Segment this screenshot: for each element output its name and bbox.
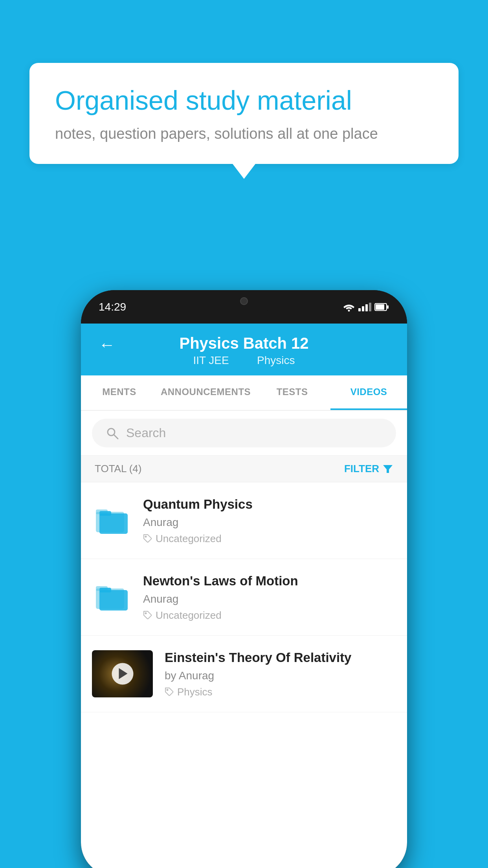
status-time: 14:29 [99, 301, 126, 313]
tab-videos[interactable]: VIDEOS [330, 375, 407, 410]
tag-icon [143, 611, 152, 620]
video-tag: Physics [165, 686, 396, 698]
svg-rect-15 [99, 588, 111, 592]
tag-icon [143, 534, 152, 543]
svg-rect-9 [99, 513, 128, 534]
tag-icon [165, 687, 174, 697]
tab-ments[interactable]: MENTS [81, 375, 158, 410]
subtitle-part2: Physics [257, 354, 295, 366]
search-container: Search [81, 411, 407, 456]
subtitle-part1: IIT JEE [193, 354, 229, 366]
video-info: Newton's Laws of Motion Anurag Uncategor… [143, 573, 396, 622]
folder-icon-container [92, 503, 131, 538]
video-info: Einstein's Theory Of Relativity by Anura… [165, 649, 396, 698]
video-author: by Anurag [165, 669, 396, 682]
play-button[interactable] [112, 663, 133, 684]
subtitle-separator [242, 354, 248, 366]
back-button[interactable]: ← [99, 335, 115, 354]
filter-icon [382, 463, 393, 474]
svg-point-17 [167, 690, 168, 691]
speech-bubble-container: Organised study material notes, question… [29, 63, 459, 164]
phone-screen: ← Physics Batch 12 IIT JEE Physics MENTS… [81, 324, 407, 868]
svg-rect-14 [99, 590, 128, 611]
video-tag: Uncategorized [143, 609, 396, 622]
folder-icon [94, 505, 129, 536]
svg-line-5 [114, 435, 118, 439]
svg-rect-2 [376, 304, 384, 310]
status-bar: 14:29 [81, 290, 407, 324]
search-bar[interactable]: Search [92, 419, 396, 447]
total-count: TOTAL (4) [95, 463, 141, 475]
svg-rect-10 [99, 511, 111, 516]
video-tag: Uncategorized [143, 533, 396, 545]
battery-icon [374, 303, 389, 311]
signal-icon [358, 303, 371, 311]
svg-point-16 [145, 613, 147, 614]
front-camera [240, 297, 248, 305]
bubble-subtitle: notes, question papers, solutions all at… [55, 125, 433, 142]
status-icons [343, 302, 389, 312]
tabs-container: MENTS ANNOUNCEMENTS TESTS VIDEOS [81, 375, 407, 411]
bubble-title: Organised study material [55, 85, 433, 117]
svg-rect-3 [387, 305, 389, 309]
svg-marker-6 [383, 465, 393, 473]
folder-icon-container [92, 579, 131, 615]
folder-icon [94, 581, 129, 613]
app-title: Physics Batch 12 [179, 335, 308, 352]
speech-bubble: Organised study material notes, question… [29, 63, 459, 164]
tab-tests[interactable]: TESTS [254, 375, 330, 410]
wifi-icon [343, 302, 355, 312]
video-title: Quantum Physics [143, 496, 396, 513]
search-placeholder: Search [126, 426, 166, 440]
list-item[interactable]: Einstein's Theory Of Relativity by Anura… [81, 636, 407, 712]
video-author: Anurag [143, 593, 396, 605]
filter-button[interactable]: FILTER [344, 463, 393, 475]
notch [213, 290, 275, 312]
search-icon [106, 427, 119, 440]
video-list: Quantum Physics Anurag Uncategorized [81, 482, 407, 712]
play-triangle-icon [119, 668, 128, 679]
app-header: ← Physics Batch 12 IIT JEE Physics [81, 324, 407, 375]
list-item[interactable]: Quantum Physics Anurag Uncategorized [81, 482, 407, 559]
app-subtitle: IIT JEE Physics [188, 354, 299, 367]
video-title: Newton's Laws of Motion [143, 573, 396, 590]
video-title: Einstein's Theory Of Relativity [165, 649, 396, 666]
list-item[interactable]: Newton's Laws of Motion Anurag Uncategor… [81, 559, 407, 636]
filter-label: FILTER [344, 463, 379, 475]
video-thumbnail [92, 650, 153, 697]
svg-point-11 [145, 536, 147, 537]
video-info: Quantum Physics Anurag Uncategorized [143, 496, 396, 545]
filter-bar: TOTAL (4) FILTER [81, 456, 407, 482]
tab-announcements[interactable]: ANNOUNCEMENTS [158, 375, 254, 410]
svg-point-0 [348, 309, 350, 311]
video-author: Anurag [143, 516, 396, 529]
phone-frame: 14:29 [81, 290, 407, 868]
